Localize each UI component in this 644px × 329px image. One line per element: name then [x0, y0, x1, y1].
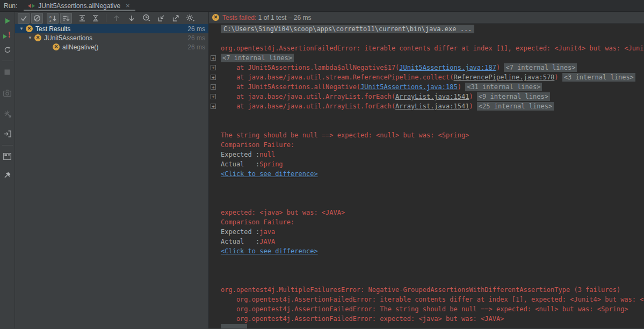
console-line: org.opentest4j.AssertionFailedError: ite… [209, 295, 644, 304]
console-text: Comparison Failure: [221, 218, 294, 226]
console-text: org.opentest4j.AssertionFailedError: ite… [221, 45, 644, 52]
stacktrace-link[interactable]: JUnit5Assertions.java:187 [399, 64, 496, 71]
console-text: JAVA [259, 238, 275, 245]
folded-lines-chip [221, 324, 247, 328]
console-line: + at java.base/java.util.stream.Referenc… [209, 72, 644, 82]
console-line: Actual :Spring [209, 159, 644, 169]
console-text: ) [554, 74, 562, 81]
console-line: C:\Users\SingVi04\scoop\apps\corretto11\… [209, 24, 644, 34]
console-line: org.opentest4j.AssertionFailedError: The… [209, 304, 644, 314]
fold-expand-icon[interactable]: + [211, 104, 216, 109]
test-tree-row[interactable]: ▼✕JUnit5Assertions26 ms [15, 33, 208, 42]
console-text: Expected : [221, 151, 259, 158]
console-line: + at java.base/java.util.ArrayList.forEa… [209, 101, 644, 111]
console-text: The string should be null ==> expected: … [221, 131, 469, 139]
console-text: at java.base/java.util.stream.ReferenceP… [221, 74, 453, 81]
stacktrace-link[interactable]: ReferencePipeline.java:578 [453, 74, 554, 81]
console-text: org.opentest4j.AssertionFailedError: The… [221, 305, 628, 313]
test-results-tree: ▼✕Test Results26 ms▼✕JUnit5Assertions26 … [15, 24, 208, 328]
see-difference-link[interactable]: <Click to see difference> [221, 170, 318, 178]
import-test-results-icon[interactable] [155, 13, 167, 24]
stacktrace-link[interactable]: ArrayList.java:1541 [395, 103, 469, 110]
exit-icon[interactable] [3, 129, 12, 138]
console-line [209, 179, 644, 188]
test-results-toolbar: az [15, 12, 208, 24]
test-node-label: Test Results [35, 25, 70, 33]
console-text: at java.base/java.util.ArrayList.forEach… [221, 93, 395, 100]
console-text: at java.base/java.util.ArrayList.forEach… [221, 103, 395, 110]
console-line: <Click to see difference> [209, 246, 644, 256]
sort-alphabetically-icon[interactable]: az [47, 13, 59, 24]
console-line: <Click to see difference> [209, 169, 644, 179]
console-line: Actual :JAVA [209, 237, 644, 246]
rerun-failed-tests-icon[interactable]: ! [3, 31, 12, 40]
test-duration: 26 ms [187, 43, 205, 51]
chevron-down-icon[interactable]: ▼ [26, 35, 34, 40]
test-tree-row[interactable]: ▼✕Test Results26 ms [15, 24, 208, 33]
toggle-auto-test-icon[interactable] [3, 45, 12, 55]
folded-lines-chip: <25 internal lines> [477, 102, 554, 111]
close-tab-icon[interactable]: × [126, 3, 130, 9]
settings-icon[interactable] [184, 13, 196, 24]
export-test-results-icon[interactable] [170, 13, 182, 24]
console-line: + at JUnit5Assertions.lambda$allNegative… [209, 63, 644, 72]
fold-expand-icon[interactable]: + [211, 84, 216, 90]
show-ignored-icon[interactable] [31, 13, 43, 24]
camera-snapshot-icon [3, 88, 12, 98]
console-text: org.opentest4j.AssertionFailedError: exp… [221, 315, 504, 323]
fold-expand-icon[interactable]: + [211, 75, 216, 80]
console-line: Expected :java [209, 227, 644, 237]
run-tool-window: Run: JUnit5Assertions.allNegative × ! [0, 0, 644, 329]
test-results-panel: az [15, 12, 209, 328]
console-line: org.opentest4j.AssertionFailedError: ite… [209, 43, 644, 53]
test-duration: 26 ms [187, 34, 205, 42]
show-passed-icon[interactable] [18, 13, 30, 24]
fold-expand-icon[interactable]: + [211, 94, 216, 99]
test-node-label: allNegative() [62, 43, 98, 51]
next-failed-test-icon[interactable] [126, 13, 138, 24]
active-tab-indicator [24, 10, 135, 11]
console-line: The string should be null ==> expected: … [209, 130, 644, 140]
rerun-icon[interactable] [3, 16, 12, 26]
console-text: at JUnit5Assertions.lambda$allNegative$1… [221, 64, 399, 71]
console-line: org.opentest4j.MultipleFailuresError: Ne… [209, 285, 644, 295]
collapse-all-icon[interactable] [90, 13, 102, 24]
run-window-left-toolbar: ! [0, 12, 15, 328]
svg-text:z: z [49, 18, 52, 22]
run-tab[interactable]: JUnit5Assertions.allNegative × [24, 0, 135, 11]
tests-failed-detail: 1 of 1 test – 26 ms [256, 14, 311, 21]
console-output[interactable]: C:\Users\SingVi04\scoop\apps\corretto11\… [209, 24, 644, 328]
fold-expand-icon[interactable]: + [211, 65, 216, 70]
see-difference-link[interactable]: <Click to see difference> [221, 247, 318, 255]
console-text: C:\Users\SingVi04\scoop\apps\corretto11\… [221, 25, 474, 33]
console-line [209, 34, 644, 43]
toolbar-separator [106, 14, 106, 22]
chevron-down-icon[interactable]: ▼ [17, 26, 26, 31]
console-text: ) [469, 103, 476, 110]
console-text: ) [469, 93, 476, 100]
svg-text:a: a [49, 14, 52, 18]
test-failed-icon: ✕ [26, 25, 33, 32]
console-text: ) [458, 83, 465, 91]
stop-icon [3, 67, 12, 77]
console-text: org.opentest4j.AssertionFailedError: ite… [221, 296, 644, 303]
folded-lines-chip: <31 internal lines> [465, 83, 542, 91]
console-line: org.opentest4j.AssertionFailedError: exp… [209, 314, 644, 324]
pin-icon[interactable] [3, 170, 12, 180]
restore-layout-icon[interactable] [3, 151, 12, 161]
folded-lines-chip: <3 internal lines> [562, 73, 635, 82]
console-line: Comparison Failure: [209, 217, 644, 227]
fold-expand-icon[interactable]: + [211, 55, 216, 61]
toolbar-separator [2, 145, 13, 145]
test-duration: 26 ms [187, 25, 205, 33]
stacktrace-link[interactable]: ArrayList.java:1541 [395, 93, 469, 100]
console-line [209, 266, 644, 275]
expand-all-icon[interactable] [76, 13, 88, 24]
console-line: +<7 internal lines> [209, 53, 644, 63]
stacktrace-link[interactable]: JUnit5Assertions.java:185 [360, 83, 458, 91]
console-line: + at JUnit5Assertions.allNegative(JUnit5… [209, 82, 644, 92]
sort-by-duration-icon[interactable] [60, 13, 72, 24]
test-tree-row[interactable]: ✕allNegative()26 ms [15, 42, 208, 52]
test-history-icon[interactable] [141, 13, 153, 24]
console-text: Expected : [221, 228, 259, 236]
